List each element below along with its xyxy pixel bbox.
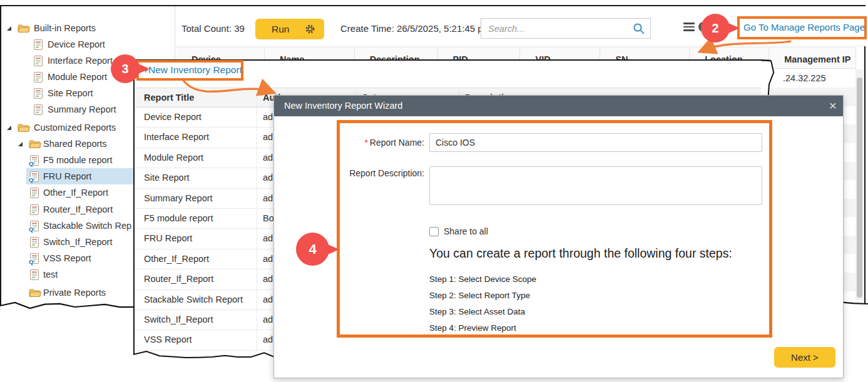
report-title-cell: Switch_If_Report <box>144 314 213 324</box>
report-doc-icon <box>34 104 43 115</box>
report-doc-icon <box>30 204 39 215</box>
report-name-label: *Report Name: <box>312 138 424 148</box>
wizard-step-4: Step 4: Preview Report <box>429 323 516 333</box>
required-marker: * <box>364 138 367 148</box>
column-divider <box>257 88 257 351</box>
total-count-label: Total Count: <box>181 23 232 34</box>
sidebar-item-label: Interface Report <box>48 56 113 66</box>
sidebar-item-label: Other_If_Report <box>43 188 108 198</box>
report-doc-icon <box>30 188 39 198</box>
callout-3: 3 <box>111 54 140 83</box>
report-list-column-report-title[interactable]: Report Title <box>144 93 194 103</box>
report-title-cell: Module Report <box>144 153 203 163</box>
share-to-all-label: Share to all <box>444 226 488 236</box>
search-icon[interactable] <box>633 23 645 38</box>
go-to-manage-reports-link[interactable]: Go To Manage Reports Page > <box>743 22 868 33</box>
run-button-label: Run <box>272 24 289 35</box>
management-ip-cell: .24.32.225 <box>783 73 826 83</box>
report-author-cell: ad <box>263 193 273 203</box>
report-author-cell: ad <box>263 233 273 243</box>
report-title-cell: Stackable Switch Report <box>144 294 243 304</box>
sidebar-item-label: Built-in Reports <box>34 23 96 33</box>
expander-icon[interactable] <box>6 26 12 31</box>
sidebar-item-label: test <box>43 269 58 279</box>
report-author-cell: ad <box>263 153 273 163</box>
report-doc-icon <box>34 39 43 50</box>
report-title-cell: Site Report <box>144 173 190 183</box>
report-author-cell: ad <box>263 314 273 324</box>
report-toolbar: Total Count: 39 Run Create Time: 26/5/20… <box>176 6 865 46</box>
dialog-header: New Inventory Report Wizard × <box>274 96 843 116</box>
report-doc-icon: Q <box>30 155 39 166</box>
sidebar-item-label: Device Report <box>48 39 105 49</box>
dialog-title: New Inventory Report Wizard <box>284 101 402 111</box>
report-author-cell: ad <box>263 274 273 284</box>
report-doc-icon <box>34 88 43 99</box>
report-author-cell: ad <box>263 334 273 344</box>
report-author-cell: ad <box>263 254 273 264</box>
share-to-all-row: Share to all <box>429 226 488 236</box>
new-inventory-report-link[interactable]: +New Inventory Report <box>143 64 242 76</box>
gear-icon <box>305 24 315 34</box>
query-badge-icon: Q <box>29 177 33 183</box>
query-badge-icon: Q <box>29 259 33 264</box>
report-title-cell: Interface Report <box>144 132 209 142</box>
report-doc-icon <box>30 237 39 248</box>
sidebar-item-label: VSS Report <box>43 253 91 263</box>
next-button[interactable]: Next > <box>774 347 835 368</box>
query-badge-icon: Q <box>29 226 33 232</box>
wizard-step-1: Step 1: Select Device Scope <box>429 274 536 284</box>
create-time: Create Time: 26/5/2025, 5:21:45 pm <box>340 23 491 34</box>
report-author-cell: ad <box>263 173 273 183</box>
sidebar-item-label: Private Reports <box>43 288 106 298</box>
report-doc-icon <box>30 269 39 280</box>
report-title-cell: F5 module report <box>144 213 213 223</box>
vertical-scrollbar[interactable] <box>855 69 864 300</box>
report-doc-icon: Q <box>30 171 39 182</box>
report-title-cell: Router_If_Report <box>144 274 213 284</box>
close-icon[interactable]: × <box>825 98 841 114</box>
callout-4: 4 <box>296 233 329 266</box>
callout-2: 2 <box>701 14 730 43</box>
total-count-value: 39 <box>234 23 245 34</box>
report-name-input[interactable] <box>429 133 762 152</box>
menu-icon[interactable] <box>683 23 695 31</box>
report-doc-icon <box>34 56 43 66</box>
search-input[interactable] <box>487 19 630 38</box>
report-author-cell: ad <box>263 294 273 304</box>
sidebar-item-label: Router_If_Report <box>43 204 113 214</box>
sidebar-item-label: Module Report <box>48 72 107 82</box>
screenshot-stage: Built-in ReportsDevice ReportInterface R… <box>0 0 868 382</box>
report-doc-icon: Q <box>30 221 39 231</box>
create-time-label: Create Time: <box>340 23 394 34</box>
sidebar-item-device-report[interactable]: Device Report <box>1 36 175 53</box>
report-author-cell: ad <box>263 112 273 122</box>
report-title-cell: Summary Report <box>144 193 213 203</box>
report-title-cell: FRU Report <box>144 233 192 243</box>
report-doc-icon: Q <box>30 253 39 264</box>
folder-icon <box>29 139 41 149</box>
sidebar-item-label: FRU Report <box>43 171 91 181</box>
sidebar-item-label: Switch_If_Report <box>43 237 112 247</box>
sidebar-item-built-in-reports[interactable]: Built-in Reports <box>1 20 175 36</box>
sidebar-item-label: Summary Report <box>48 104 116 114</box>
search-box <box>481 18 651 39</box>
sidebar-item-label: Customized Reports <box>34 123 116 133</box>
wizard-step-2: Step 2: Select Report Type <box>429 291 530 300</box>
report-description-label: Report Description: <box>312 168 424 178</box>
report-description-input[interactable] <box>429 166 762 205</box>
sidebar-item-label: Shared Reports <box>43 139 107 149</box>
report-doc-icon <box>34 72 43 83</box>
share-to-all-checkbox[interactable] <box>429 227 439 236</box>
expander-icon[interactable] <box>6 125 12 131</box>
query-badge-icon: Q <box>29 161 33 166</box>
report-author-cell: ad <box>263 132 273 142</box>
total-count: Total Count: 39 <box>181 23 245 34</box>
sidebar-item-label: Site Report <box>48 88 93 98</box>
column-header-management-ip[interactable]: Management IP <box>769 48 856 68</box>
folder-icon <box>29 288 41 298</box>
expander-icon[interactable] <box>18 141 23 147</box>
scrollbar-thumb[interactable] <box>857 78 862 298</box>
folder-icon <box>18 123 30 133</box>
run-button[interactable]: Run <box>255 19 324 39</box>
